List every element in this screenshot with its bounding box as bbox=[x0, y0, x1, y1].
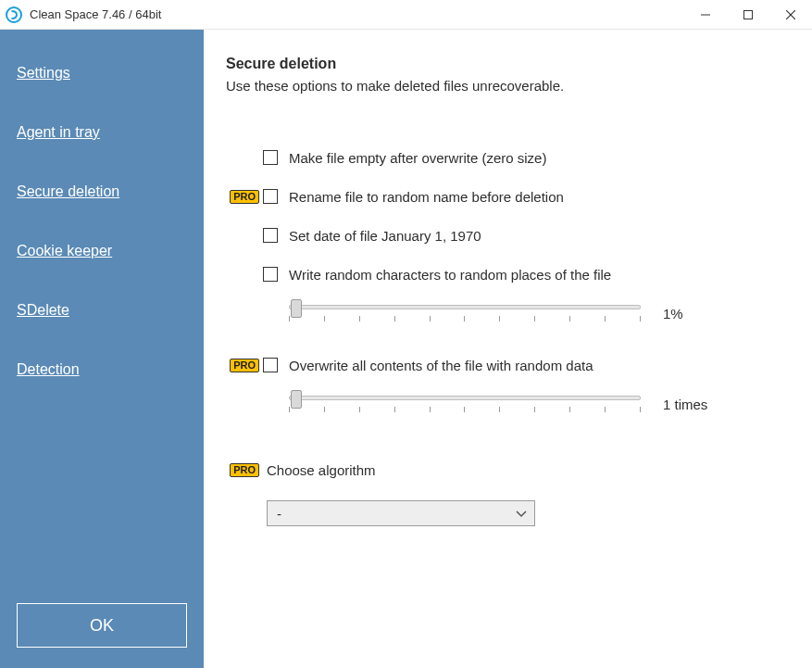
option-rename-random: PRO Rename file to random name before de… bbox=[226, 186, 790, 207]
app-icon bbox=[6, 6, 22, 23]
slider-overwrite-times[interactable] bbox=[289, 390, 641, 418]
sidebar-item-settings[interactable]: Settings bbox=[0, 65, 204, 82]
checkbox-rename-random[interactable] bbox=[263, 189, 278, 204]
slider-thumb[interactable] bbox=[291, 390, 302, 409]
svg-rect-2 bbox=[744, 10, 753, 19]
content-area: Settings Agent in tray Secure deletion C… bbox=[0, 30, 812, 668]
checkbox-overwrite-all[interactable] bbox=[263, 358, 278, 372]
sidebar-item-cookie-keeper[interactable]: Cookie keeper bbox=[0, 243, 204, 259]
option-overwrite-all: PRO Overwrite all contents of the file w… bbox=[226, 355, 790, 375]
sidebar-item-sdelete[interactable]: SDelete bbox=[0, 302, 204, 319]
option-write-random-chars: Write random characters to random places… bbox=[226, 264, 790, 284]
label-write-random-chars: Write random characters to random places… bbox=[289, 267, 611, 283]
titlebar: Clean Space 7.46 / 64bit bbox=[0, 0, 812, 30]
label-set-date: Set date of file January 1, 1970 bbox=[289, 228, 481, 244]
sidebar-item-agent-in-tray[interactable]: Agent in tray bbox=[0, 124, 204, 141]
slider-track bbox=[289, 305, 641, 309]
page-heading: Secure deletion bbox=[226, 56, 790, 72]
sidebar-item-detection[interactable]: Detection bbox=[0, 361, 204, 378]
slider-ticks bbox=[289, 316, 641, 323]
slider-value-random-chars: 1% bbox=[663, 306, 683, 321]
close-button[interactable] bbox=[769, 0, 812, 30]
pro-badge: PRO bbox=[230, 463, 259, 477]
page-subtitle: Use these options to make deleted files … bbox=[226, 78, 790, 94]
algorithm-dropdown[interactable]: - bbox=[267, 500, 535, 526]
slider-value-overwrite-times: 1 times bbox=[663, 397, 707, 412]
algorithm-label: Choose algorithm bbox=[267, 462, 376, 478]
sidebar-item-secure-deletion[interactable]: Secure deletion bbox=[0, 183, 204, 200]
checkbox-make-empty[interactable] bbox=[263, 150, 278, 165]
svg-point-0 bbox=[6, 7, 21, 22]
maximize-button[interactable] bbox=[727, 0, 769, 30]
slider-row-random-chars: 1% bbox=[226, 299, 790, 327]
label-make-empty: Make file empty after overwrite (zero si… bbox=[289, 150, 546, 166]
dropdown-selected: - bbox=[277, 506, 281, 522]
option-make-empty: Make file empty after overwrite (zero si… bbox=[226, 147, 790, 168]
slider-row-overwrite-times: 1 times bbox=[226, 390, 790, 418]
window-title: Clean Space 7.46 / 64bit bbox=[30, 7, 684, 21]
label-overwrite-all: Overwrite all contents of the file with … bbox=[289, 358, 593, 373]
checkbox-set-date[interactable] bbox=[263, 228, 278, 243]
minimize-button[interactable] bbox=[684, 0, 727, 30]
pro-badge: PRO bbox=[230, 359, 259, 372]
sidebar: Settings Agent in tray Secure deletion C… bbox=[0, 30, 204, 668]
ok-button[interactable]: OK bbox=[17, 603, 187, 648]
pro-badge: PRO bbox=[230, 190, 259, 204]
label-rename-random: Rename file to random name before deleti… bbox=[289, 189, 564, 205]
slider-ticks bbox=[289, 407, 641, 414]
slider-random-chars[interactable] bbox=[289, 299, 641, 327]
chevron-down-icon bbox=[516, 506, 527, 521]
main-panel: Secure deletion Use these options to mak… bbox=[204, 30, 812, 668]
slider-track bbox=[289, 396, 641, 400]
checkbox-write-random-chars[interactable] bbox=[263, 267, 278, 282]
slider-thumb[interactable] bbox=[291, 299, 302, 318]
option-set-date: Set date of file January 1, 1970 bbox=[226, 225, 790, 246]
algorithm-label-row: PRO Choose algorithm bbox=[226, 462, 790, 478]
